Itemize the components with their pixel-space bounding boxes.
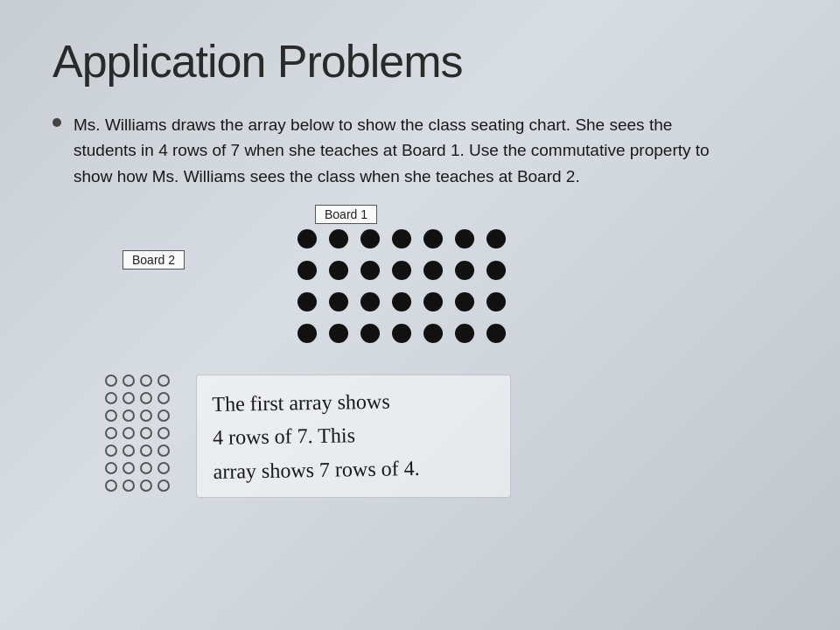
dot [329,261,348,280]
small-dot [105,462,117,474]
dot [360,324,380,343]
small-dot [122,480,135,492]
dot [392,292,411,312]
small-dot [105,427,117,439]
small-dot [122,410,135,422]
answer-section: The first array shows 4 rows of 7. This … [105,374,788,498]
dot [360,229,380,248]
dot [424,261,443,280]
dot [329,229,348,248]
problem-text: Ms. Williams draws the array below to sh… [74,112,718,189]
dot [486,292,506,312]
small-dot [140,392,152,404]
small-dot [105,444,117,457]
small-dot [140,444,152,457]
small-dot [122,444,135,457]
dot [329,292,348,312]
bullet-point [52,118,61,127]
small-dot [158,444,170,457]
small-dot-row [105,480,170,492]
dot [329,324,348,343]
page: Application Problems Ms. Williams draws … [0,0,840,630]
dot [360,292,380,312]
board2-label: Board 2 [122,250,185,270]
small-dot [140,427,152,439]
dot [424,324,443,343]
small-dot [122,462,135,474]
small-dot [122,392,135,404]
dot [424,229,443,248]
dot [424,292,443,312]
small-dot [122,427,135,439]
dot [392,261,411,280]
dot [298,324,317,343]
small-dot [105,410,117,422]
answer-text: The first array shows 4 rows of 7. This … [212,384,420,488]
small-dot-row [105,410,170,422]
small-dot-row [105,462,170,474]
small-dot [105,374,117,387]
dot-grid-4x7 [298,229,788,348]
small-dot [140,480,152,492]
answer-line3: array shows 7 rows of 4. [213,457,419,483]
dot [298,261,317,280]
small-dot-row [105,392,170,404]
small-dot [140,410,152,422]
dot [392,229,411,248]
dot [360,261,380,280]
dot [298,229,317,248]
problem-section: Ms. Williams draws the array below to sh… [52,112,718,189]
page-title: Application Problems [52,35,788,88]
answer-line1: The first array shows [212,390,390,416]
small-dot-row [105,427,170,439]
small-dot [158,410,170,422]
dot [455,324,474,343]
small-dot [105,392,117,404]
dot [392,324,411,343]
small-dot [158,462,170,474]
dot [486,261,506,280]
small-dot-row [105,444,170,457]
dot [455,261,474,280]
small-dot-row [105,374,170,387]
small-dot [158,392,170,404]
dot [455,229,474,248]
board1-label: Board 1 [315,205,377,224]
dot [486,324,506,343]
small-dot [140,462,152,474]
arrays-section: Board 1 Board 2 [122,205,788,348]
small-dot [122,374,135,387]
answer-line2: 4 rows of 7. This [213,424,355,450]
answer-box: The first array shows 4 rows of 7. This … [196,374,511,498]
small-dot-grid-7x4 [105,374,170,492]
dot [486,229,506,248]
small-dot [140,374,152,387]
small-dot [158,480,170,492]
small-dot [158,374,170,387]
dot [455,292,474,312]
small-dot [105,480,117,492]
dot [298,292,317,312]
small-dot [158,427,170,439]
